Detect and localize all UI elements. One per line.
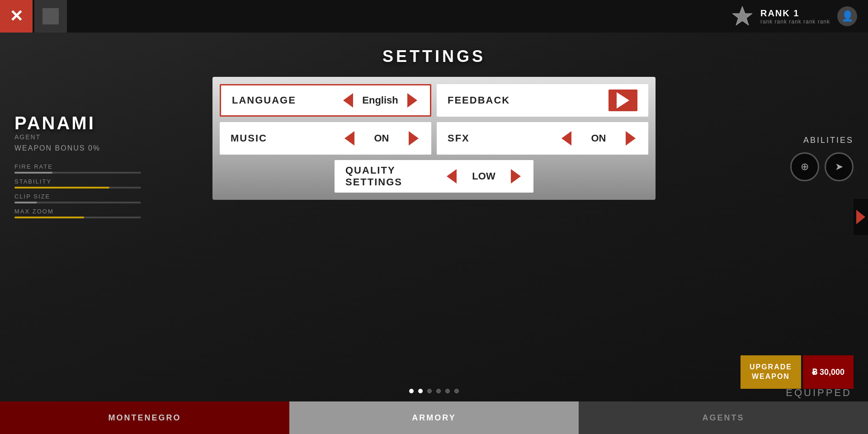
dot-1 [409, 389, 414, 393]
stat-max-zoom: MAX ZOOM [14, 208, 141, 218]
sfx-prev-button[interactable] [560, 129, 573, 147]
page-dots [409, 389, 459, 393]
top-bar: ✕ RANK 1 rank rank rank rank rank 👤 [0, 0, 868, 33]
music-value-area: ON [343, 129, 420, 147]
stat-clip-size-bar [14, 202, 141, 203]
language-value-area: English [341, 91, 419, 109]
tab-montenegro-label: MONTENEGRO [108, 413, 181, 423]
feedback-arrow-icon [617, 92, 629, 108]
feedback-button[interactable] [609, 90, 637, 111]
rank-emblem [731, 5, 753, 27]
stat-max-zoom-label: MAX ZOOM [14, 208, 141, 215]
sfx-value-area: ON [560, 129, 637, 147]
quality-label: QUALITY SETTINGS [345, 165, 445, 188]
sfx-value: ON [580, 132, 617, 144]
settings-overlay: SETTINGS LANGUAGE English FEEDBACK [0, 33, 868, 200]
feedback-setting-row: FEEDBACK [437, 84, 648, 117]
rank-info: RANK 1 rank rank rank rank rank [760, 8, 830, 25]
chevron-right-icon [511, 169, 521, 184]
stat-max-zoom-bar [14, 217, 141, 218]
language-prev-button[interactable] [341, 91, 355, 109]
music-prev-button[interactable] [343, 129, 356, 147]
chevron-left-icon [561, 131, 571, 146]
settings-title: SETTINGS [382, 47, 486, 66]
upgrade-area: UPGRADEWEAPON Ƀ 30,000 [741, 355, 854, 389]
sfx-next-button[interactable] [624, 129, 637, 147]
right-chevron-icon [856, 210, 865, 224]
menu-icon [42, 8, 59, 24]
chevron-right-icon [626, 131, 636, 146]
svg-marker-0 [732, 6, 752, 25]
dot-4 [436, 389, 441, 393]
rank-sub: rank rank rank rank rank [760, 19, 830, 25]
quality-setting-row: QUALITY SETTINGS LOW [335, 160, 533, 193]
tab-agents-label: AGENTS [702, 413, 744, 423]
chevron-left-icon [344, 131, 354, 146]
sfx-setting-row: SFX ON [437, 122, 648, 155]
tab-montenegro[interactable]: MONTENEGRO [0, 401, 289, 434]
chevron-left-icon [343, 93, 353, 108]
close-button[interactable]: ✕ [0, 0, 33, 33]
dot-5 [445, 389, 450, 393]
tab-armory-label: ARMORY [412, 413, 456, 423]
language-next-button[interactable] [406, 91, 419, 109]
language-value: English [362, 94, 398, 106]
top-bar-right: RANK 1 rank rank rank rank rank 👤 [731, 5, 868, 27]
top-bar-left: ✕ [0, 0, 67, 33]
stat-clip-size-fill [14, 202, 37, 203]
chevron-left-icon [447, 169, 457, 184]
rank-label: RANK 1 [760, 8, 799, 19]
right-edge-nav-button[interactable] [854, 199, 868, 235]
avatar-area: 👤 [837, 6, 857, 26]
price-button[interactable]: Ƀ 30,000 [803, 355, 854, 389]
feedback-label: FEEDBACK [448, 94, 510, 106]
language-label: LANGUAGE [232, 94, 296, 106]
music-setting-row: MUSIC ON [220, 122, 431, 155]
quality-value: LOW [466, 170, 502, 182]
stat-max-zoom-fill [14, 217, 84, 218]
bottom-bar: MONTENEGRO ARMORY AGENTS [0, 401, 868, 434]
tab-armory[interactable]: ARMORY [289, 401, 579, 434]
music-next-button[interactable] [407, 129, 420, 147]
dot-3 [427, 389, 432, 393]
music-value: ON [363, 132, 400, 144]
upgrade-weapon-button[interactable]: UPGRADEWEAPON [741, 355, 801, 389]
menu-button[interactable] [34, 0, 67, 33]
close-icon: ✕ [9, 8, 23, 24]
dot-2 [418, 389, 423, 393]
quality-next-button[interactable] [509, 167, 523, 185]
sfx-label: SFX [448, 132, 470, 144]
quality-prev-button[interactable] [445, 167, 458, 185]
dot-6 [454, 389, 459, 393]
tab-agents[interactable]: AGENTS [579, 401, 868, 434]
chevron-right-icon [409, 131, 419, 146]
avatar-icon: 👤 [837, 6, 857, 26]
settings-panel: LANGUAGE English FEEDBACK MUSIC [212, 77, 656, 200]
language-setting-row: LANGUAGE English [220, 84, 431, 117]
chevron-right-icon [407, 93, 417, 108]
quality-value-area: LOW [445, 167, 523, 185]
music-label: MUSIC [231, 132, 267, 144]
